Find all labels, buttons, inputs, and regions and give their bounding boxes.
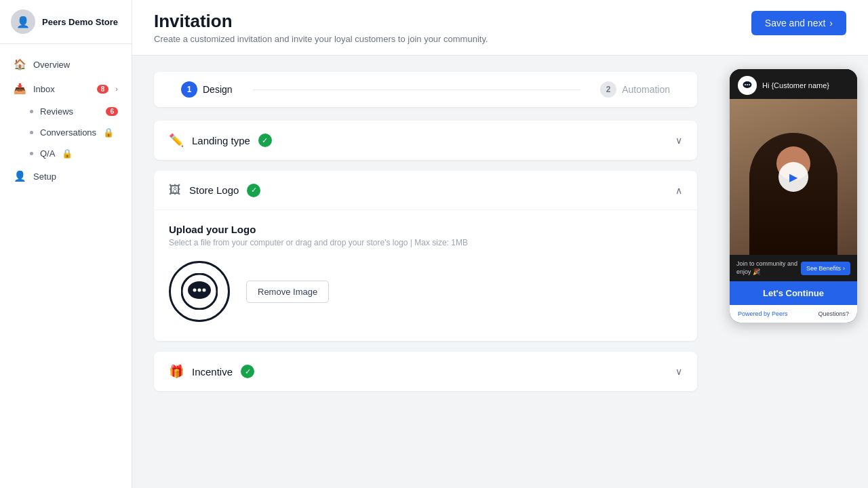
page-title: Invitation xyxy=(154,11,488,32)
upload-title: Upload your Logo xyxy=(169,224,682,235)
phone-chat-logo xyxy=(738,76,757,95)
phone-mockup: Hi {Customer name} ▶ Join to community a… xyxy=(730,69,857,323)
store-logo-section: 🖼 Store Logo ✓ ∧ Upload your Logo Select… xyxy=(154,171,697,341)
step-design[interactable]: 1 Design xyxy=(181,81,233,98)
sidebar-nav: 🏠 Overview 📥 Inbox 8 › Reviews 6 Convers… xyxy=(0,44,132,488)
stepper: 1 Design 2 Automation xyxy=(154,72,697,107)
inbox-badge: 8 xyxy=(97,85,109,94)
sidebar-item-label: Inbox xyxy=(33,84,55,94)
dot-icon xyxy=(30,131,33,134)
step-automation[interactable]: 2 Automation xyxy=(600,81,670,98)
avatar: 👤 xyxy=(11,9,35,34)
landing-type-header[interactable]: ✏️ Landing type ✓ ∨ xyxy=(154,121,697,160)
sidebar-item-label: Reviews xyxy=(40,106,73,117)
preview-panel: Hi {Customer name} ▶ Join to community a… xyxy=(719,56,868,488)
lock-icon: 🔒 xyxy=(103,127,114,138)
store-logo-header-left: 🖼 Store Logo ✓ xyxy=(169,183,260,197)
upload-subtitle: Select a file from your computer or drag… xyxy=(169,238,682,247)
store-logo-check: ✓ xyxy=(247,184,260,197)
incentive-header[interactable]: 🎁 Incentive ✓ ∨ xyxy=(154,352,697,391)
incentive-check: ✓ xyxy=(241,365,254,378)
save-next-label: Save and next xyxy=(765,18,826,28)
landing-type-section: ✏️ Landing type ✓ ∨ xyxy=(154,121,697,160)
svg-point-6 xyxy=(745,84,746,85)
see-benefits-button[interactable]: See Benefits › xyxy=(801,262,850,275)
dot-icon xyxy=(30,110,33,113)
svg-point-4 xyxy=(203,289,206,292)
landing-type-check: ✓ xyxy=(258,134,272,147)
phone-greeting: Hi {Customer name} xyxy=(762,81,829,89)
page-title-section: Invitation Create a customized invitatio… xyxy=(154,11,488,44)
dot-icon xyxy=(30,152,33,155)
sidebar-item-qa[interactable]: Q/A 🔒 xyxy=(0,143,132,164)
landing-type-chevron[interactable]: ∨ xyxy=(675,135,682,146)
phone-top-bar: Hi {Customer name} xyxy=(730,69,857,99)
arrow-icon: › xyxy=(829,18,833,28)
step-circle-design: 1 xyxy=(181,81,197,98)
powered-by: Powered by Peers xyxy=(738,310,788,317)
sidebar-header[interactable]: 👤 Peers Demo Store xyxy=(0,0,132,44)
questions-link[interactable]: Questions? xyxy=(818,310,849,317)
incentive-header-left: 🎁 Incentive ✓ xyxy=(169,364,254,379)
incentive-chevron[interactable]: ∨ xyxy=(675,366,682,377)
sidebar-item-label: Setup xyxy=(33,171,56,182)
sidebar-item-conversations[interactable]: Conversations 🔒 xyxy=(0,122,132,143)
svg-point-3 xyxy=(198,289,201,292)
svg-point-7 xyxy=(747,84,748,85)
svg-point-2 xyxy=(193,289,197,292)
landing-type-header-left: ✏️ Landing type ✓ xyxy=(169,133,272,148)
sidebar-item-overview[interactable]: 🏠 Overview xyxy=(0,52,132,77)
chevron-down-icon: › xyxy=(115,85,118,93)
form-area: 1 Design 2 Automation ✏️ Landing xyxy=(132,56,719,488)
sidebar-item-setup[interactable]: 👤 Setup xyxy=(0,164,132,188)
incentive-title: Incentive xyxy=(192,366,233,378)
store-logo-header[interactable]: 🖼 Store Logo ✓ ∧ xyxy=(154,171,697,209)
sidebar-item-label: Overview xyxy=(33,60,70,70)
step-divider xyxy=(253,89,580,90)
join-text: Join to community and enjoy 🎉 xyxy=(736,260,801,276)
sidebar-item-reviews[interactable]: Reviews 6 xyxy=(0,101,132,122)
store-logo-body: Upload your Logo Select a file from your… xyxy=(154,209,697,341)
save-next-button[interactable]: Save and next › xyxy=(751,11,846,35)
landing-type-title: Landing type xyxy=(192,135,250,146)
reviews-badge: 6 xyxy=(106,107,118,116)
incentive-section: 🎁 Incentive ✓ ∨ xyxy=(154,352,697,391)
landing-type-icon: ✏️ xyxy=(169,133,184,148)
person-icon: 👤 xyxy=(14,170,26,182)
logo-preview xyxy=(169,261,230,322)
step-circle-automation: 2 xyxy=(600,81,616,98)
phone-join-bar: Join to community and enjoy 🎉 See Benefi… xyxy=(730,255,857,281)
main-area: Invitation Create a customized invitatio… xyxy=(132,0,868,488)
arrow-icon: › xyxy=(843,265,845,272)
chat-logo-svg xyxy=(181,273,218,310)
sidebar: 👤 Peers Demo Store 🏠 Overview 📥 Inbox 8 … xyxy=(0,0,132,488)
store-logo-title: Store Logo xyxy=(189,184,239,196)
lets-continue-button[interactable]: Let's Continue xyxy=(730,281,857,305)
home-icon: 🏠 xyxy=(14,58,26,70)
inbox-icon: 📥 xyxy=(14,83,26,95)
store-name: Peers Demo Store xyxy=(42,17,118,27)
incentive-icon: 🎁 xyxy=(169,364,184,379)
person-silhouette xyxy=(749,133,837,255)
play-button[interactable]: ▶ xyxy=(778,162,808,192)
content-layout: 1 Design 2 Automation ✏️ Landing xyxy=(132,56,868,488)
topbar: Invitation Create a customized invitatio… xyxy=(132,0,868,56)
phone-footer: Powered by Peers Questions? xyxy=(730,305,857,323)
lock-icon: 🔒 xyxy=(62,148,73,159)
step-label-design: Design xyxy=(203,84,233,95)
logo-row: Remove Image xyxy=(169,261,682,322)
see-benefits-label: See Benefits xyxy=(806,265,841,272)
page-subtitle: Create a customized invitation and invit… xyxy=(154,34,488,44)
store-logo-chevron[interactable]: ∧ xyxy=(675,185,682,196)
sidebar-item-label: Conversations xyxy=(40,127,96,138)
store-logo-icon: 🖼 xyxy=(169,183,181,197)
sidebar-item-label: Q/A xyxy=(40,148,55,159)
step-label-automation: Automation xyxy=(622,84,670,95)
svg-point-8 xyxy=(749,84,750,85)
phone-video-area: ▶ xyxy=(730,99,857,255)
sidebar-item-inbox[interactable]: 📥 Inbox 8 › xyxy=(0,77,132,101)
remove-image-button[interactable]: Remove Image xyxy=(246,281,329,303)
